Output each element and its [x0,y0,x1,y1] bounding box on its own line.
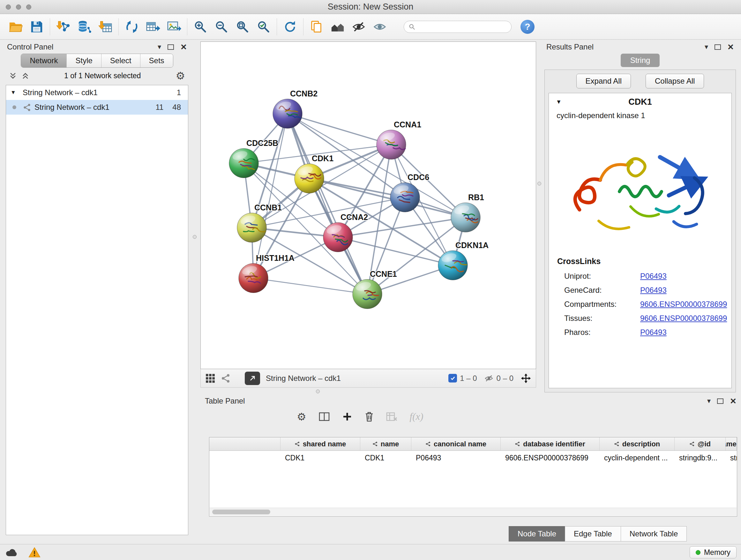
show-hidden-button[interactable] [371,18,389,36]
help-button[interactable]: ? [521,20,535,34]
network-row[interactable]: String Network – cdk1 11 48 [6,100,188,115]
table-options-gear-icon[interactable]: ⚙ [297,412,307,422]
network-node-CCNE1[interactable] [353,279,382,309]
table-cell[interactable]: stringdb [726,451,737,465]
gene-section-header[interactable]: ▼ CDK1 [549,93,731,111]
network-node-CDKN1A[interactable] [438,251,468,280]
export-table-button[interactable] [144,18,162,36]
crosslink-value-link[interactable]: P06493 [640,328,667,337]
network-node-CCNB2[interactable] [273,99,302,128]
crosslink-value-link[interactable]: 9606.ENSP00000378699 [640,300,727,309]
import-table-from-file-button[interactable] [96,18,114,36]
tab-sets[interactable]: Sets [140,54,173,67]
memory-button[interactable]: Memory [690,546,737,558]
zoom-fit-button[interactable] [233,18,252,36]
table-cell[interactable]: P06493 [411,451,501,465]
panel-close-icon[interactable]: ✕ [727,43,734,51]
column-header-namespac[interactable]: namespac [726,437,737,451]
column-header--id[interactable]: @id [675,437,726,451]
gear-icon[interactable]: ⚙ [176,71,185,81]
splitter-handle[interactable] [537,182,541,186]
collapse-all-button[interactable]: Collapse All [646,74,704,88]
birds-eye-view-icon[interactable] [205,373,215,383]
show-columns-button[interactable] [319,412,330,422]
column-header-description[interactable]: description [600,437,675,451]
network-view-canvas[interactable]: CCNB2CCNA1CDC25BCDK1CDC6RB1CCNB1CCNA2CDK… [200,42,536,369]
column-header-database-identifier[interactable]: database identifier [501,437,600,451]
table-cell[interactable]: stringdb:9... [675,451,726,465]
network-node-CCNA1[interactable] [377,130,406,159]
home-button[interactable] [329,18,347,36]
tab-edge-table[interactable]: Edge Table [565,526,621,542]
panel-float-icon[interactable] [715,44,721,50]
expand-all-icon[interactable] [21,72,29,80]
crosslink-value-link[interactable]: P06493 [640,286,667,295]
import-network-from-file-button[interactable] [54,18,72,36]
network-node-CCNA2[interactable] [323,223,353,252]
network-edge[interactable] [287,114,391,145]
pan-mode-icon[interactable] [521,373,531,384]
minimize-button[interactable] [16,4,21,10]
network-node-CDC6[interactable] [390,183,420,212]
detach-view-button[interactable] [245,372,260,385]
crosslink-value-link[interactable]: P06493 [640,272,667,281]
network-edge[interactable] [287,114,367,294]
delete-column-button[interactable] [364,411,374,422]
save-session-button[interactable] [28,18,46,36]
warning-icon[interactable] [28,547,41,558]
table-cell[interactable]: CDK1 [280,451,360,465]
panel-float-icon[interactable] [717,398,724,404]
tab-string[interactable]: String [621,54,660,67]
zoom-out-button[interactable] [212,18,230,36]
panel-menu-icon[interactable]: ▾ [158,44,161,51]
panel-float-icon[interactable] [167,44,174,50]
splitter-handle[interactable] [316,389,320,393]
tab-select[interactable]: Select [101,54,140,67]
cloud-icon[interactable] [5,547,19,557]
disclosure-triangle-icon[interactable]: ▼ [10,89,19,96]
tab-network-table[interactable]: Network Table [621,526,687,542]
network-collection-row[interactable]: ▼ String Network – cdk1 1 [6,85,188,100]
network-node-CCNB1[interactable] [237,213,266,242]
table-cell[interactable]: CDK1 [360,451,411,465]
splitter-handle[interactable] [193,235,197,239]
column-header-canonical-name[interactable]: canonical name [411,437,501,451]
search-input[interactable] [418,22,513,31]
panel-menu-icon[interactable]: ▾ [704,44,708,51]
collapse-all-icon[interactable] [9,72,17,80]
panel-close-icon[interactable]: ✕ [180,43,187,51]
expand-all-button[interactable]: Expand All [576,74,631,88]
hidden-eye-icon[interactable] [484,374,494,383]
section-disclosure-icon[interactable]: ▼ [556,99,576,105]
zoom-selected-button[interactable] [255,18,273,36]
crosslink-value-link[interactable]: 9606.ENSP00000378699 [640,314,727,323]
network-node-HIST1H1A[interactable] [239,263,268,293]
function-builder-button[interactable]: f(x) [410,411,423,422]
table-row[interactable]: CDK1CDK1P064939606.ENSP00000378699cyclin… [209,451,737,465]
import-network-from-database-button[interactable] [75,18,93,36]
duplicate-network-button[interactable] [308,18,326,36]
hide-selected-button[interactable] [350,18,367,36]
maximize-button[interactable] [26,4,31,10]
zoom-in-button[interactable] [192,18,209,36]
export-image-button[interactable] [165,18,183,36]
column-header-shared-name[interactable]: shared name [280,437,360,451]
tab-node-table[interactable]: Node Table [509,526,565,542]
network-node-CDC25B[interactable] [229,148,259,178]
close-button[interactable] [6,4,11,10]
panel-menu-icon[interactable]: ▾ [707,397,711,405]
export-network-button[interactable] [123,18,141,36]
tab-network[interactable]: Network [21,54,66,67]
network-graph[interactable]: CCNB2CCNA1CDC25BCDK1CDC6RB1CCNB1CCNA2CDK… [201,42,536,369]
network-node-CDK1[interactable] [294,164,324,193]
table-cell[interactable]: cyclin-dependent ... [600,451,675,465]
network-node-RB1[interactable] [451,203,480,232]
selected-checkbox-icon[interactable] [448,374,457,382]
delete-table-button[interactable] [386,412,398,422]
table-cell[interactable]: 9606.ENSP00000378699 [501,451,600,465]
table-horizontal-scrollbar[interactable] [210,508,737,516]
create-column-button[interactable] [342,412,352,422]
apply-layout-button[interactable] [281,18,299,36]
panel-close-icon[interactable]: ✕ [730,397,737,405]
network-share-icon[interactable] [220,373,231,383]
